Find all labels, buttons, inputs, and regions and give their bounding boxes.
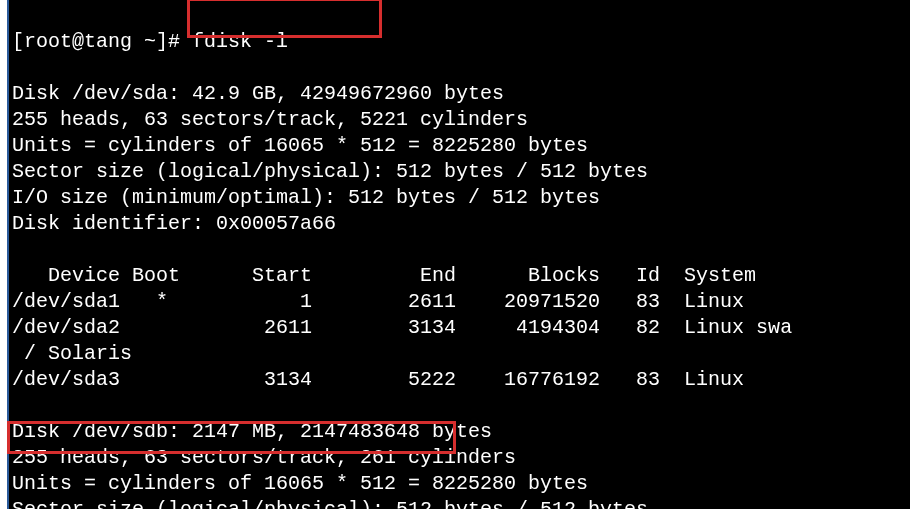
disk-sdb-header: Disk /dev/sdb: 2147 MB, 2147483648 bytes — [12, 420, 492, 443]
terminal-output: [root@tang ~]# fdisk -l Disk /dev/sda: 4… — [12, 29, 907, 509]
disk-sdb-sector-size: Sector size (logical/physical): 512 byte… — [12, 498, 648, 509]
disk-sda-units: Units = cylinders of 16065 * 512 = 82252… — [12, 134, 588, 157]
shell-prompt: [root@tang ~]# — [12, 30, 180, 53]
disk-sdb-units: Units = cylinders of 16065 * 512 = 82252… — [12, 472, 588, 495]
disk-sda-geometry: 255 heads, 63 sectors/track, 5221 cylind… — [12, 108, 528, 131]
disk-sdb-geometry: 255 heads, 63 sectors/track, 261 cylinde… — [12, 446, 516, 469]
disk-sda-io-size: I/O size (minimum/optimal): 512 bytes / … — [12, 186, 600, 209]
table-row: /dev/sda3 3134 5222 16776192 83 Linux — [12, 368, 744, 391]
table-row: /dev/sda1 * 1 2611 20971520 83 Linux — [12, 290, 744, 313]
table-row: / Solaris — [12, 342, 132, 365]
table-row: /dev/sda2 2611 3134 4194304 82 Linux swa — [12, 316, 792, 339]
terminal-window[interactable]: [root@tang ~]# fdisk -l Disk /dev/sda: 4… — [7, 0, 910, 509]
disk-sda-identifier: Disk identifier: 0x00057a66 — [12, 212, 336, 235]
disk-sda-sector-size: Sector size (logical/physical): 512 byte… — [12, 160, 648, 183]
disk-sda-header: Disk /dev/sda: 42.9 GB, 42949672960 byte… — [12, 82, 504, 105]
command-text: fdisk -l — [192, 30, 288, 53]
partition-table-header: Device Boot Start End Blocks Id System — [12, 264, 756, 287]
